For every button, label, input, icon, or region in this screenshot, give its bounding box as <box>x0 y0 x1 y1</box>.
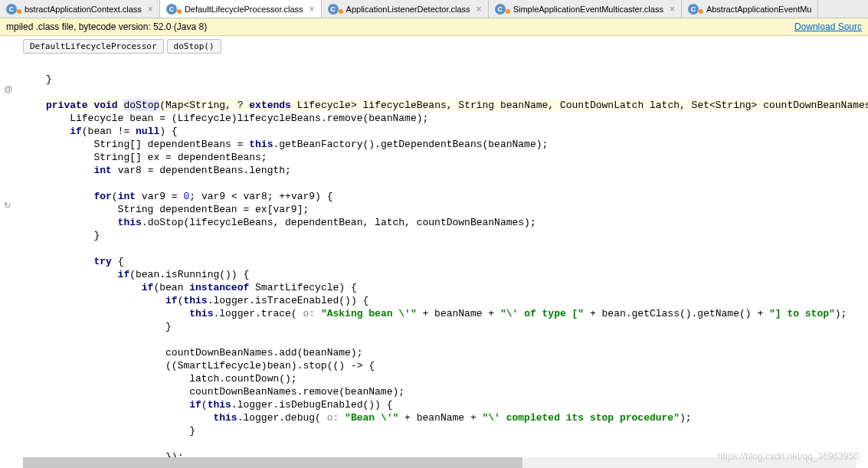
breadcrumb-method[interactable]: doStop() <box>167 39 221 54</box>
breadcrumb: DefaultLifecycleProcessor doStop() <box>0 36 868 57</box>
close-icon[interactable]: × <box>477 4 482 15</box>
decompile-banner: mpiled .class file, bytecode version: 52… <box>0 18 868 36</box>
tab-label: DefaultLifecycleProcessor.class <box>185 5 303 14</box>
class-icon: C <box>6 4 17 15</box>
scrollbar-thumb[interactable] <box>23 457 522 468</box>
class-icon: C <box>495 4 506 15</box>
download-sources-link[interactable]: Download Sourc <box>794 21 862 32</box>
java-badge-icon <box>177 9 182 14</box>
recursive-gutter-icon[interactable]: ↻ <box>4 201 11 211</box>
close-icon[interactable]: × <box>670 4 675 15</box>
tab-label: SimpleApplicationEventMulticaster.class <box>513 5 663 14</box>
tab-label: ApplicationListenerDetector.class <box>346 5 470 14</box>
close-icon[interactable]: × <box>310 4 315 15</box>
breadcrumb-class[interactable]: DefaultLifecycleProcessor <box>23 39 164 54</box>
editor-tabs: CbstractApplicationContext.class× CDefau… <box>0 0 868 18</box>
java-badge-icon <box>506 9 510 14</box>
tab-3[interactable]: CSimpleApplicationEventMulticaster.class… <box>489 0 682 18</box>
class-icon: C <box>328 4 339 15</box>
close-icon[interactable]: × <box>148 4 153 15</box>
method-name: doStop <box>123 100 159 111</box>
override-gutter-icon[interactable]: @ <box>4 84 12 93</box>
tab-0[interactable]: CbstractApplicationContext.class× <box>0 0 160 18</box>
editor: @ ↻ } private void doStop(Map<String, ? … <box>0 57 868 466</box>
java-badge-icon <box>17 9 21 14</box>
gutter[interactable]: @ ↻ <box>0 57 23 466</box>
tab-1[interactable]: CDefaultLifecycleProcessor.class× <box>160 0 322 18</box>
class-icon: C <box>688 4 699 15</box>
tab-4[interactable]: CAbstractApplicationEventMu <box>682 0 819 18</box>
tab-2[interactable]: CApplicationListenerDetector.class× <box>322 0 489 18</box>
java-badge-icon <box>339 9 343 14</box>
banner-text: mpiled .class file, bytecode version: 52… <box>6 21 207 32</box>
tab-label: AbstractApplicationEventMu <box>706 5 812 14</box>
tab-label: bstractApplicationContext.class <box>25 5 142 14</box>
code-area[interactable]: } private void doStop(Map<String, ? exte… <box>23 57 868 466</box>
watermark: https://blog.csdn.net/qq_36963950 <box>718 451 859 462</box>
java-badge-icon <box>699 9 703 14</box>
class-icon: C <box>166 4 177 15</box>
